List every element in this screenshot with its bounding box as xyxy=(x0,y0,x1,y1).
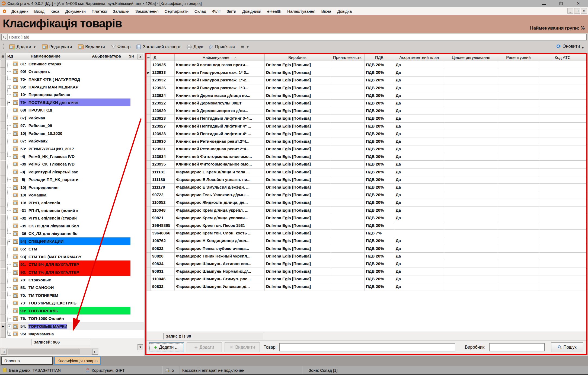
tree-row[interactable]: 68!ПРОЭКТ ОД xyxy=(0,106,144,114)
tree-row[interactable]: 10!РПтП, епілепсія xyxy=(0,199,144,206)
table-row[interactable]: 90820Фармацерис Тоник Нежный укрепл...Dr… xyxy=(146,253,586,260)
toolbar-grip[interactable] xyxy=(3,43,4,51)
tree-row-selector[interactable] xyxy=(0,291,6,299)
table-row[interactable]: 90822Фармацерис Пенка глубоко очища...Dr… xyxy=(146,245,586,253)
tree-row-content[interactable]: -36СК_ЛЗ для лікування бо xyxy=(6,230,144,237)
grid-menu-icon[interactable]: ≣ xyxy=(0,53,5,59)
tree-row[interactable]: 90!Отследить xyxy=(0,68,144,75)
table-row[interactable]: 90834Фармацерис Шампунь Активно вос...Dr… xyxy=(146,260,586,268)
tree-row-selector[interactable] xyxy=(0,222,6,230)
tree-row[interactable]: -31РПтП, епілепсія (новий к xyxy=(0,206,144,214)
tree-row[interactable]: +95!Фармзамена xyxy=(0,330,144,338)
table-row[interactable]: 123935Клиник вей Фитогормональное омо...… xyxy=(146,161,586,168)
tree-row-content[interactable]: 68!ПРОЭКТ ОД xyxy=(6,106,144,114)
tree-row-selector[interactable] xyxy=(0,330,6,338)
menu-item-довідка[interactable]: Довідка xyxy=(334,9,355,14)
row-selector[interactable] xyxy=(146,138,151,145)
row-selector[interactable] xyxy=(146,161,151,168)
tree-row-content[interactable]: 93(СТМ ТАС (NAT PHARMACY xyxy=(6,253,144,260)
tree-row[interactable]: 91:СТМ 5% ДЛЯ БУХГАЛТЕР xyxy=(0,260,144,268)
tree-row-selector[interactable] xyxy=(0,152,6,160)
tree-row[interactable]: 10(Рабочая_10.2020 xyxy=(0,129,144,137)
tree-row-selector[interactable] xyxy=(0,60,6,68)
tree-row-content[interactable]: 91:СТМ 5% ДЛЯ БУХГАЛТЕР xyxy=(6,260,144,268)
tree-row-selector[interactable] xyxy=(0,276,6,284)
delete-product-button[interactable]: ✕ Видалити xyxy=(225,342,260,352)
tree-row-selector[interactable] xyxy=(0,83,6,91)
menu-item-вікна[interactable]: Вікна xyxy=(318,9,334,14)
tree-row-content[interactable]: 93:СТМ 7% ДЛЯ БУХГАЛТЕР xyxy=(6,268,144,276)
row-selector[interactable] xyxy=(146,222,151,229)
tree-row-content[interactable]: 81:Оспишес старая xyxy=(6,60,144,68)
tree-row[interactable]: -5(Розлади ПП_НК_наркоти xyxy=(0,176,144,183)
tree-scroll-up-button[interactable]: ▲ xyxy=(138,54,143,59)
expand-plus-icon[interactable]: + xyxy=(8,101,11,104)
edit-button[interactable]: ✎ Редагувати xyxy=(40,43,75,50)
tree-row-content[interactable]: 97:Рабочая_09 xyxy=(6,122,144,129)
tree-row-selector[interactable] xyxy=(0,268,6,276)
tree-row-selector[interactable] xyxy=(0,98,6,106)
tree-row-content[interactable]: 73·ТОВ УКРМЕДТЕКСТИЛЬ xyxy=(6,299,144,307)
tree-row-content[interactable]: 10·Переоценка рабочая xyxy=(6,91,144,98)
tree-row-content[interactable]: 78·Страховые xyxy=(6,276,144,284)
tree-row-selector[interactable] xyxy=(0,245,6,253)
menu-item-довідник[interactable]: Довідник xyxy=(8,9,31,14)
expand-plus-icon[interactable]: + xyxy=(8,332,11,336)
expander-box[interactable]: + xyxy=(6,101,13,104)
tree-row[interactable]: 97:Рабочая_09 xyxy=(0,122,144,129)
table-row[interactable]: 110052Фармацерис Жидкость д/лица, де...D… xyxy=(146,199,586,206)
table-row[interactable]: 111179Фармацерис Е Эмульсия д/ежедн. ...… xyxy=(146,184,586,191)
tree-row[interactable]: 87:Рабочая2 xyxy=(0,137,144,145)
row-selector[interactable] xyxy=(146,184,151,191)
row-selector[interactable] xyxy=(146,107,151,115)
tab-classification[interactable]: Класифікація товарів xyxy=(54,357,101,365)
tree-row-content[interactable]: -3(Рецептурні лікарські зас xyxy=(6,168,144,176)
tree-row[interactable]: 93:СТМ 7% ДЛЯ БУХГАЛТЕР xyxy=(0,268,144,276)
tree-row-selector[interactable] xyxy=(0,106,6,114)
tree-row-content[interactable]: 53:ТМ САНОФИ xyxy=(6,284,144,291)
tree-row-content[interactable]: +99:ПАРАДИГМАИ МЕДИКАР xyxy=(6,83,144,91)
row-selector[interactable]: ▶ xyxy=(146,69,151,76)
search-products-button[interactable]: Пошук xyxy=(551,342,583,352)
tree-row-selector[interactable] xyxy=(0,176,6,183)
menu-item-вихід[interactable]: Вихід xyxy=(31,9,47,14)
expand-plus-icon[interactable]: + xyxy=(8,240,11,243)
tree-row-content[interactable]: 75:ТОП-1000 Онлайн xyxy=(6,314,144,322)
tree-row-content[interactable]: +95!Фармзамена xyxy=(6,330,144,338)
tree-row-content[interactable]: 10!РПтП, епілепсія xyxy=(6,199,144,206)
minimize-button[interactable] xyxy=(542,2,546,5)
scrollbar-thumb[interactable] xyxy=(8,349,80,354)
tree-row-selector[interactable] xyxy=(0,284,6,291)
expand-plus-icon[interactable]: + xyxy=(8,85,11,89)
maker-input[interactable] xyxy=(489,343,545,351)
table-row[interactable]: 90831Фармацерис Шампунь Нормализ.д/...Dr… xyxy=(146,268,586,275)
tree-row[interactable]: -39Реімб_СК_Глюкоза IVD xyxy=(0,160,144,168)
tree-row-content[interactable]: 65:СТМ xyxy=(6,245,144,253)
tree-row-content[interactable]: +54:ТОРГОВЫЕ МАРКИ xyxy=(6,322,144,330)
table-col-atc[interactable]: Код АТС xyxy=(539,54,586,61)
tree-row-selector[interactable] xyxy=(0,206,6,214)
expander-box[interactable]: + xyxy=(6,332,13,336)
expander-box[interactable]: + xyxy=(6,325,13,328)
table-row[interactable]: 123931Клиник вей Ретиноедная ревит.2*4..… xyxy=(146,145,586,153)
menu-item-ehealth[interactable]: eHealth xyxy=(264,9,284,14)
menu-item-залишки[interactable]: Залишки xyxy=(110,9,133,14)
tree-row-selector[interactable] xyxy=(0,137,6,145)
tree-row-content[interactable]: 87:Рабочая2 xyxy=(6,137,144,145)
menu-item-звіти[interactable]: Звіти xyxy=(223,9,239,14)
row-selector[interactable] xyxy=(146,176,151,183)
tree-scroll-down-button[interactable]: ▼ xyxy=(138,344,143,350)
tree-row-selector[interactable] xyxy=(0,68,6,75)
tree-row-selector[interactable] xyxy=(0,230,6,237)
table-row[interactable]: ▶123933Клиник вей Гиалурон.разглаж. 1* 3… xyxy=(146,69,586,77)
tree-col-name[interactable]: Наименование xyxy=(29,53,90,60)
table-col-cin[interactable]: Цінове регулювання xyxy=(444,54,498,61)
tree-row[interactable]: 10!Ромашка xyxy=(0,191,144,199)
add-product-button[interactable]: + Додати xyxy=(187,342,222,352)
menu-item-платежі[interactable]: Платежі xyxy=(89,9,110,14)
table-row[interactable]: 111181Фармацерис Е Крем д/лица и тела ..… xyxy=(146,169,586,176)
delete-button[interactable]: − Видалити xyxy=(75,43,107,50)
tree-row-content[interactable]: -39Реімб_СК_Глюкоза IVD xyxy=(6,160,144,168)
row-selector[interactable] xyxy=(146,123,151,130)
tree-row[interactable]: 70:ТМ ТОПИКРЕМ xyxy=(0,291,144,299)
